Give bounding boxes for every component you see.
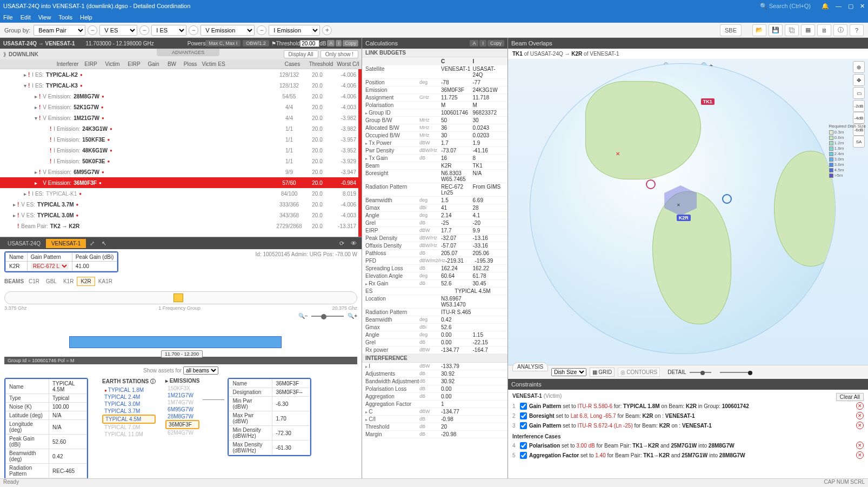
groupby-select-3[interactable]: V Emission (201, 25, 255, 36)
advantages-tab[interactable]: ADVANTAGES (157, 49, 219, 56)
contours-toggle[interactable]: ◎ CONTOURS (618, 368, 660, 377)
menu-file[interactable]: File (3, 14, 13, 21)
constraint-checkbox[interactable] (520, 442, 527, 449)
constraint-checkbox[interactable] (520, 452, 527, 459)
sheet-icon[interactable]: 🗎 (817, 24, 831, 36)
remove-group-3[interactable]: − (189, 25, 198, 35)
tab-usasat[interactable]: USASAT-24Q (2, 239, 46, 248)
es-item[interactable]: TYPICAL 3.0M (102, 401, 156, 408)
delete-constraint-button[interactable]: ✕ (856, 451, 864, 459)
emission-item[interactable]: 150KF3X (165, 385, 199, 392)
map-side--4dB[interactable]: -4dB (853, 112, 865, 124)
beam-tab-C1R[interactable]: C1R (25, 277, 43, 285)
tree-row[interactable]: ▸!V ES:TYPICAL 3.0M●343/36820.0-4.003 (0, 210, 362, 221)
help-icon[interactable]: ? (850, 24, 864, 36)
info-icon[interactable]: ⓘ (833, 24, 847, 36)
info-icon-small[interactable]: ⓘ (150, 378, 156, 384)
col-victim[interactable]: Victim (101, 61, 124, 67)
open-icon[interactable]: 📂 (752, 24, 766, 36)
search-hint[interactable]: 🔍 Search (Ctrl+Q) (760, 3, 811, 10)
constraint-checkbox[interactable] (520, 422, 527, 429)
beam-tab-KA1R[interactable]: KA1R (95, 277, 116, 285)
tree-row[interactable]: !I Emission:150KF3E●1/120.0-3.957 (0, 134, 362, 145)
spectrum-view[interactable]: 11.700 - 12.200 (4, 329, 357, 356)
emission-item[interactable]: 28M8G7W (165, 413, 199, 420)
sbe-button[interactable]: SBE (720, 24, 742, 36)
tree-row[interactable]: !I Emission:24K3G1W●1/120.0-3.982 (0, 123, 362, 134)
tree-row[interactable]: ▾!I ES:TYPICAL-K3●128/13220.0-4.006 (0, 80, 362, 91)
refresh-icon[interactable]: ⟳ (336, 238, 348, 248)
tree-row[interactable]: ▸!V Emission:52K1G7W●4/420.0-4.003 (0, 102, 362, 112)
dish-size-select[interactable]: Dish Size (551, 368, 586, 376)
tree-row[interactable]: !Beam Pair:TK2 → K2R2729/286820.0-13.317 (0, 221, 362, 231)
remove-group-1[interactable]: − (88, 25, 97, 35)
zoom-in-icon[interactable]: 🔍+ (348, 313, 357, 319)
globe-map[interactable]: 🔍− 🔍+ ⊕ ✥ ▭ -2dB-4dB-6dBSA ✕ TK1 K2R (508, 59, 868, 365)
col-threshold[interactable]: Threshold (308, 61, 335, 67)
groupby-select-2[interactable]: I ES (151, 25, 186, 36)
constraint-checkbox[interactable] (520, 412, 527, 419)
tree-row[interactable]: ▸!I ES:TYPICAL-K1●84/10020.08.019 (0, 188, 362, 199)
mode-a[interactable]: A (327, 40, 335, 46)
menu-view[interactable]: View (38, 14, 51, 21)
map-pan-icon[interactable]: ✥ (853, 74, 865, 86)
zoom-out-icon[interactable]: 🔍− (298, 313, 308, 319)
tree-row[interactable]: ▾!V Emission:1M21G7W●4/420.0-3.982 (0, 112, 362, 123)
emission-item[interactable]: 62M4G7W (165, 429, 199, 436)
close-icon[interactable]: ✕ (860, 3, 865, 10)
map-side--2dB[interactable]: -2dB (853, 100, 865, 112)
chevron-icon[interactable]: ⟫ (3, 51, 6, 57)
delete-constraint-button[interactable]: ✕ (856, 442, 864, 449)
tree-row[interactable]: ▸!V Emission:6M95G7W●9/920.0-3.947 (0, 166, 362, 177)
emission-item[interactable]: 1M21G7W (165, 392, 199, 399)
minimize-icon[interactable]: — (836, 3, 842, 10)
es-item[interactable]: TYPICAL 3.7M (102, 408, 156, 415)
col-gain[interactable]: Gain (144, 61, 163, 67)
col-bw[interactable]: BW (163, 61, 181, 67)
tree-row[interactable]: ▸!I ES:TYPICAL-K2●128/13220.0-4.006 (0, 69, 362, 80)
calc-copy-button[interactable]: Copy (488, 40, 504, 46)
beam-tab-K2R[interactable]: K2R (77, 277, 95, 286)
analysis-tab[interactable]: ANALYSIS (512, 362, 548, 371)
col-ploss[interactable]: Ploss (181, 61, 200, 67)
pointer-icon[interactable]: ↖ (98, 238, 110, 248)
beam-tab-GBL[interactable]: GBL (43, 277, 60, 285)
delete-constraint-button[interactable]: ✕ (856, 402, 864, 410)
emission-item[interactable]: 6M95G7W (165, 406, 199, 413)
menu-help[interactable]: Help (80, 14, 92, 21)
eye-icon[interactable]: 👁 (348, 238, 359, 248)
mode-i[interactable]: I (336, 40, 342, 46)
groupby-select-1[interactable]: V ES (99, 25, 137, 36)
constraint-checkbox[interactable] (520, 403, 527, 410)
map-target-icon[interactable]: ⊕ (853, 61, 865, 73)
emission-item[interactable]: 1M74G7W (165, 399, 199, 406)
maxc-pill[interactable]: Max C, Max I (205, 40, 241, 46)
delete-constraint-button[interactable]: ✕ (856, 422, 864, 429)
remove-group-4[interactable]: − (257, 25, 266, 35)
only-show-button[interactable]: Only show ! (321, 50, 358, 58)
tree-row[interactable]: !I Emission:50K0F3E●1/120.0-3.929 (0, 156, 362, 166)
menu-tools[interactable]: Tools (58, 14, 72, 21)
es-item[interactable]: TYPICAL 11.0M (102, 431, 156, 438)
col-eirp2[interactable]: EIRP (124, 61, 144, 67)
col-eirp[interactable]: EIRP (81, 61, 101, 67)
tab-venesat[interactable]: VENESAT-1 (46, 239, 86, 248)
gain-pattern-select[interactable]: REC-672 Ln25 (31, 263, 69, 270)
groupby-select-4[interactable]: I Emission (269, 25, 320, 36)
detail-slider-2[interactable] (720, 372, 752, 373)
menu-edit[interactable]: Edit (21, 14, 31, 21)
bell-icon[interactable]: 🔔 (822, 3, 829, 10)
emission-item[interactable]: 36M0F3F (165, 420, 199, 429)
obw-pill[interactable]: OBW/1.2 (243, 40, 269, 46)
es-item[interactable]: ●TYPICAL 1.8M (102, 386, 156, 393)
display-all-button[interactable]: Display All (284, 50, 318, 58)
tree-row[interactable]: !I Emission:48K6G1W●1/120.0-3.952 (0, 145, 362, 156)
maximize-icon[interactable]: ▢ (848, 3, 853, 10)
tree-row[interactable]: ▸!V ES:TYPICAL 3.7M●333/36620.0-4.006 (0, 199, 362, 210)
tree-row[interactable]: ▸!V Emission:36M0F3F●57/6020.0-0.984 (0, 177, 362, 188)
es-item[interactable]: TYPICAL 4.5M (102, 415, 156, 424)
frequency-bar[interactable] (4, 291, 357, 304)
beam-tab-K1R[interactable]: K1R (60, 277, 77, 285)
threshold-input[interactable] (300, 40, 319, 47)
remove-group-2[interactable]: − (139, 25, 149, 35)
